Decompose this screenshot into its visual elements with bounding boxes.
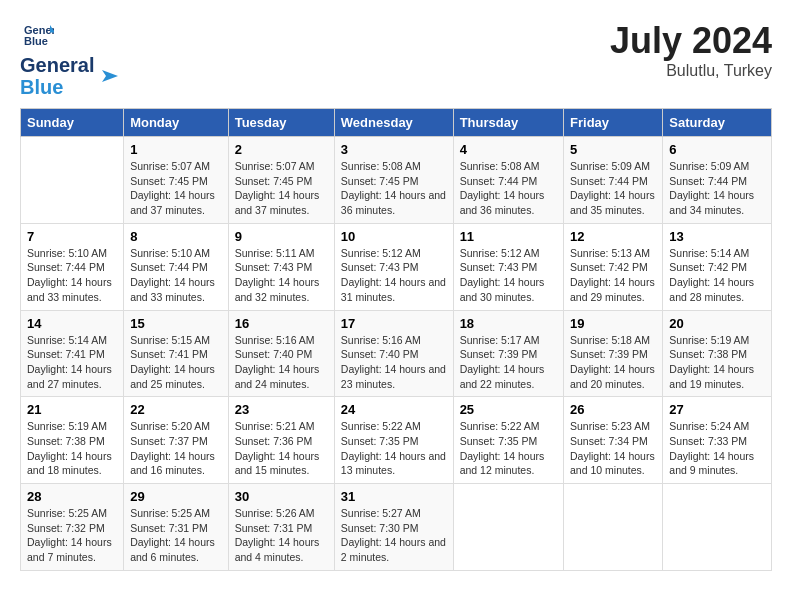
- logo-line2: Blue: [20, 76, 94, 98]
- day-number: 27: [669, 402, 765, 417]
- day-cell: 9Sunrise: 5:11 AMSunset: 7:43 PMDaylight…: [228, 223, 334, 310]
- day-cell: 18Sunrise: 5:17 AMSunset: 7:39 PMDayligh…: [453, 310, 563, 397]
- day-cell: [21, 137, 124, 224]
- day-info: Sunrise: 5:22 AMSunset: 7:35 PMDaylight:…: [341, 419, 447, 478]
- col-header-thursday: Thursday: [453, 109, 563, 137]
- day-number: 26: [570, 402, 656, 417]
- day-cell: 27Sunrise: 5:24 AMSunset: 7:33 PMDayligh…: [663, 397, 772, 484]
- day-info: Sunrise: 5:09 AMSunset: 7:44 PMDaylight:…: [669, 159, 765, 218]
- day-cell: 12Sunrise: 5:13 AMSunset: 7:42 PMDayligh…: [564, 223, 663, 310]
- day-info: Sunrise: 5:23 AMSunset: 7:34 PMDaylight:…: [570, 419, 656, 478]
- day-number: 13: [669, 229, 765, 244]
- day-number: 28: [27, 489, 117, 504]
- day-number: 17: [341, 316, 447, 331]
- day-cell: 3Sunrise: 5:08 AMSunset: 7:45 PMDaylight…: [334, 137, 453, 224]
- page-header: General Blue General Blue July 2024 Bulu…: [20, 20, 772, 98]
- day-number: 1: [130, 142, 222, 157]
- day-number: 22: [130, 402, 222, 417]
- logo-icon: General Blue: [24, 20, 54, 50]
- day-number: 15: [130, 316, 222, 331]
- day-cell: 22Sunrise: 5:20 AMSunset: 7:37 PMDayligh…: [124, 397, 229, 484]
- day-number: 6: [669, 142, 765, 157]
- day-cell: 8Sunrise: 5:10 AMSunset: 7:44 PMDaylight…: [124, 223, 229, 310]
- day-info: Sunrise: 5:14 AMSunset: 7:41 PMDaylight:…: [27, 333, 117, 392]
- day-cell: [453, 484, 563, 571]
- week-row-4: 21Sunrise: 5:19 AMSunset: 7:38 PMDayligh…: [21, 397, 772, 484]
- day-info: Sunrise: 5:08 AMSunset: 7:44 PMDaylight:…: [460, 159, 557, 218]
- col-header-monday: Monday: [124, 109, 229, 137]
- day-number: 8: [130, 229, 222, 244]
- day-number: 29: [130, 489, 222, 504]
- day-cell: 16Sunrise: 5:16 AMSunset: 7:40 PMDayligh…: [228, 310, 334, 397]
- day-cell: 24Sunrise: 5:22 AMSunset: 7:35 PMDayligh…: [334, 397, 453, 484]
- day-info: Sunrise: 5:27 AMSunset: 7:30 PMDaylight:…: [341, 506, 447, 565]
- day-number: 19: [570, 316, 656, 331]
- day-number: 31: [341, 489, 447, 504]
- day-info: Sunrise: 5:16 AMSunset: 7:40 PMDaylight:…: [341, 333, 447, 392]
- day-number: 24: [341, 402, 447, 417]
- day-number: 12: [570, 229, 656, 244]
- day-info: Sunrise: 5:25 AMSunset: 7:32 PMDaylight:…: [27, 506, 117, 565]
- day-info: Sunrise: 5:10 AMSunset: 7:44 PMDaylight:…: [130, 246, 222, 305]
- day-cell: [663, 484, 772, 571]
- day-number: 2: [235, 142, 328, 157]
- day-number: 14: [27, 316, 117, 331]
- day-number: 30: [235, 489, 328, 504]
- logo-arrow-icon: [98, 64, 122, 88]
- day-info: Sunrise: 5:26 AMSunset: 7:31 PMDaylight:…: [235, 506, 328, 565]
- day-number: 9: [235, 229, 328, 244]
- day-number: 10: [341, 229, 447, 244]
- day-cell: 31Sunrise: 5:27 AMSunset: 7:30 PMDayligh…: [334, 484, 453, 571]
- day-cell: 21Sunrise: 5:19 AMSunset: 7:38 PMDayligh…: [21, 397, 124, 484]
- day-cell: 23Sunrise: 5:21 AMSunset: 7:36 PMDayligh…: [228, 397, 334, 484]
- day-number: 21: [27, 402, 117, 417]
- day-cell: 17Sunrise: 5:16 AMSunset: 7:40 PMDayligh…: [334, 310, 453, 397]
- logo-line1: General: [20, 54, 94, 76]
- day-cell: 30Sunrise: 5:26 AMSunset: 7:31 PMDayligh…: [228, 484, 334, 571]
- day-cell: 5Sunrise: 5:09 AMSunset: 7:44 PMDaylight…: [564, 137, 663, 224]
- day-number: 25: [460, 402, 557, 417]
- col-header-wednesday: Wednesday: [334, 109, 453, 137]
- day-number: 18: [460, 316, 557, 331]
- calendar-table: SundayMondayTuesdayWednesdayThursdayFrid…: [20, 108, 772, 571]
- day-number: 16: [235, 316, 328, 331]
- day-number: 4: [460, 142, 557, 157]
- header-row: SundayMondayTuesdayWednesdayThursdayFrid…: [21, 109, 772, 137]
- day-info: Sunrise: 5:14 AMSunset: 7:42 PMDaylight:…: [669, 246, 765, 305]
- day-info: Sunrise: 5:15 AMSunset: 7:41 PMDaylight:…: [130, 333, 222, 392]
- col-header-friday: Friday: [564, 109, 663, 137]
- day-info: Sunrise: 5:16 AMSunset: 7:40 PMDaylight:…: [235, 333, 328, 392]
- day-cell: 2Sunrise: 5:07 AMSunset: 7:45 PMDaylight…: [228, 137, 334, 224]
- day-info: Sunrise: 5:11 AMSunset: 7:43 PMDaylight:…: [235, 246, 328, 305]
- week-row-1: 1Sunrise: 5:07 AMSunset: 7:45 PMDaylight…: [21, 137, 772, 224]
- day-number: 11: [460, 229, 557, 244]
- col-header-tuesday: Tuesday: [228, 109, 334, 137]
- day-cell: 13Sunrise: 5:14 AMSunset: 7:42 PMDayligh…: [663, 223, 772, 310]
- day-info: Sunrise: 5:12 AMSunset: 7:43 PMDaylight:…: [460, 246, 557, 305]
- month-year: July 2024: [610, 20, 772, 62]
- logo: General Blue General Blue: [20, 20, 122, 98]
- day-info: Sunrise: 5:09 AMSunset: 7:44 PMDaylight:…: [570, 159, 656, 218]
- day-number: 7: [27, 229, 117, 244]
- day-info: Sunrise: 5:12 AMSunset: 7:43 PMDaylight:…: [341, 246, 447, 305]
- day-info: Sunrise: 5:21 AMSunset: 7:36 PMDaylight:…: [235, 419, 328, 478]
- svg-marker-3: [102, 70, 118, 82]
- day-info: Sunrise: 5:07 AMSunset: 7:45 PMDaylight:…: [235, 159, 328, 218]
- svg-text:General: General: [24, 24, 54, 36]
- day-number: 5: [570, 142, 656, 157]
- day-cell: 4Sunrise: 5:08 AMSunset: 7:44 PMDaylight…: [453, 137, 563, 224]
- day-number: 23: [235, 402, 328, 417]
- day-info: Sunrise: 5:25 AMSunset: 7:31 PMDaylight:…: [130, 506, 222, 565]
- day-cell: 26Sunrise: 5:23 AMSunset: 7:34 PMDayligh…: [564, 397, 663, 484]
- week-row-2: 7Sunrise: 5:10 AMSunset: 7:44 PMDaylight…: [21, 223, 772, 310]
- day-info: Sunrise: 5:08 AMSunset: 7:45 PMDaylight:…: [341, 159, 447, 218]
- day-cell: 10Sunrise: 5:12 AMSunset: 7:43 PMDayligh…: [334, 223, 453, 310]
- day-info: Sunrise: 5:22 AMSunset: 7:35 PMDaylight:…: [460, 419, 557, 478]
- day-cell: 20Sunrise: 5:19 AMSunset: 7:38 PMDayligh…: [663, 310, 772, 397]
- day-number: 3: [341, 142, 447, 157]
- day-cell: 11Sunrise: 5:12 AMSunset: 7:43 PMDayligh…: [453, 223, 563, 310]
- day-info: Sunrise: 5:18 AMSunset: 7:39 PMDaylight:…: [570, 333, 656, 392]
- location: Bulutlu, Turkey: [610, 62, 772, 80]
- day-cell: 7Sunrise: 5:10 AMSunset: 7:44 PMDaylight…: [21, 223, 124, 310]
- day-cell: 29Sunrise: 5:25 AMSunset: 7:31 PMDayligh…: [124, 484, 229, 571]
